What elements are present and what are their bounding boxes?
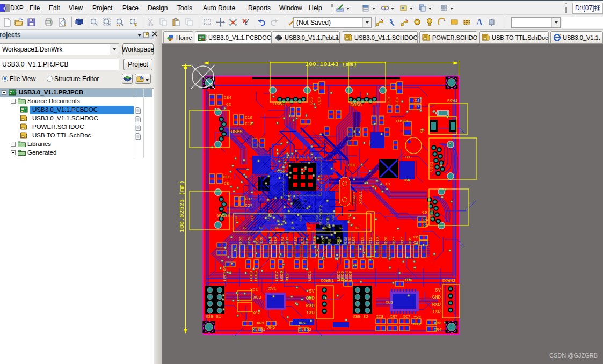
svg-text:C3: C3 (226, 102, 231, 107)
svg-text:R3: R3 (423, 223, 428, 228)
svg-text:R29: R29 (246, 236, 251, 244)
svg-text:R30: R30 (312, 236, 317, 244)
svg-text:C9: C9 (422, 210, 427, 215)
svg-text:LED5: LED5 (253, 271, 258, 281)
svg-text:C19: C19 (245, 115, 253, 120)
svg-text:R15: R15 (368, 236, 373, 244)
svg-text:XR4: XR4 (434, 327, 442, 332)
svg-text:A18: A18 (251, 215, 255, 221)
svg-text:R26: R26 (259, 236, 264, 244)
svg-text:XU2: XU2 (386, 300, 394, 305)
svg-text:XC8: XC8 (376, 314, 384, 319)
svg-text:XV1: XV1 (268, 286, 277, 291)
svg-text:P16: P16 (293, 236, 298, 244)
svg-text:USB1: USB1 (429, 210, 434, 220)
svg-text:R4: R4 (423, 217, 428, 222)
svg-text:XR1: XR1 (257, 321, 265, 325)
svg-text:CP1L1: CP1L1 (325, 213, 330, 225)
svg-text:USB6: USB6 (217, 212, 229, 217)
svg-text:A08: A08 (235, 215, 238, 221)
svg-text:U30: U30 (277, 169, 285, 174)
svg-text:USB_S2: USB_S2 (353, 314, 368, 319)
svg-text:LED1: LED1 (307, 271, 312, 281)
svg-text:C2: C2 (415, 98, 420, 103)
svg-text:C8: C8 (224, 181, 229, 186)
svg-text:C6: C6 (413, 235, 419, 239)
svg-text:CE4: CE4 (395, 97, 399, 105)
svg-text:DOWN1: DOWN1 (321, 278, 334, 283)
svg-text:SE: SE (291, 226, 295, 230)
svg-text:CE4: CE4 (224, 95, 232, 100)
svg-text:GND: GND (306, 296, 315, 301)
svg-text:GND: GND (432, 295, 441, 300)
svg-text:LED3: LED3 (249, 271, 253, 281)
svg-text:USB3: USB3 (350, 101, 362, 107)
svg-text:TXD: TXD (306, 310, 315, 316)
svg-text:DOWN2: DOWN2 (442, 278, 455, 283)
svg-text:XR3: XR3 (434, 321, 442, 325)
svg-text:C25: C25 (309, 97, 314, 105)
svg-text:XR2: XR2 (299, 321, 307, 325)
svg-text:CE8: CE8 (317, 97, 322, 105)
svg-text:POW1: POW1 (447, 98, 457, 103)
svg-text:A38: A38 (283, 215, 287, 221)
svg-text:SE: SE (307, 226, 311, 230)
svg-text:U2: U2 (404, 178, 409, 183)
svg-text:100.10143 (mm): 100.10143 (mm) (305, 61, 357, 68)
svg-text:SE: SE (323, 226, 328, 230)
svg-text:R10: R10 (360, 236, 365, 244)
svg-text:C18: C18 (245, 121, 253, 126)
svg-text:RX2: RX2 (413, 322, 422, 326)
svg-text:R14: R14 (273, 236, 278, 244)
svg-text:RXD: RXD (432, 302, 441, 308)
svg-text:XR6: XR6 (267, 325, 275, 330)
svg-text:R13: R13 (375, 236, 380, 244)
svg-text:RXD: RXD (306, 303, 315, 309)
svg-text:XC4: XC4 (404, 278, 412, 282)
svg-text:XC7: XC7 (403, 314, 411, 319)
svg-text:P8: P8 (327, 239, 332, 244)
svg-text:R34: R34 (351, 236, 356, 244)
svg-text:L1: L1 (386, 181, 391, 186)
svg-text:XR7: XR7 (390, 314, 398, 319)
svg-text:R32: R32 (304, 236, 309, 244)
svg-text:A58: A58 (315, 215, 319, 221)
svg-text:SE: SE (339, 226, 344, 230)
svg-text:USB2: USB2 (429, 162, 434, 172)
svg-text:R31: R31 (285, 236, 289, 244)
svg-text:100.02523 (mm): 100.02523 (mm) (178, 180, 185, 232)
svg-text:R20: R20 (383, 236, 388, 244)
svg-text:5V: 5V (309, 289, 315, 294)
svg-text:C41: C41 (336, 236, 341, 244)
svg-text:A28: A28 (267, 215, 271, 221)
svg-text:USB1: USB1 (273, 101, 285, 107)
svg-text:LED7: LED7 (274, 271, 279, 281)
svg-text:XC1: XC1 (250, 287, 258, 292)
svg-text:Q1: Q1 (420, 128, 425, 133)
svg-text:5V: 5V (435, 288, 441, 293)
svg-text:C7: C7 (413, 240, 419, 245)
svg-text:C20: C20 (387, 97, 391, 105)
svg-text:LED10M: LED10M (222, 266, 227, 281)
svg-text:SE: SE (275, 226, 279, 230)
svg-text:CE3: CE3 (348, 163, 356, 168)
svg-text:TX2: TX2 (413, 315, 422, 320)
svg-text:CP1R3CP2: CP1R3CP2 (318, 205, 323, 225)
svg-text:USB_S1: USB_S1 (206, 314, 221, 319)
svg-text:SE: SE (355, 226, 360, 230)
svg-text:SE: SE (243, 226, 247, 230)
svg-text:R23: R23 (238, 236, 243, 244)
svg-text:XLED2: XLED2 (299, 327, 311, 332)
svg-text:SE: SE (259, 226, 263, 230)
svg-text:TXD: TXD (432, 309, 441, 315)
svg-text:R35: R35 (408, 236, 412, 244)
svg-text:XTAL1: XTAL1 (352, 191, 357, 204)
svg-text:R27: R27 (391, 236, 396, 244)
svg-text:A78: A78 (347, 215, 351, 221)
svg-text:A: A (476, 18, 483, 27)
svg-text:R28: R28 (321, 236, 325, 244)
svg-text:C37: C37 (245, 196, 253, 201)
svg-text:XLED1: XLED1 (252, 327, 265, 332)
svg-text:R12: R12 (285, 273, 289, 281)
svg-text:XC3: XC3 (253, 295, 261, 300)
